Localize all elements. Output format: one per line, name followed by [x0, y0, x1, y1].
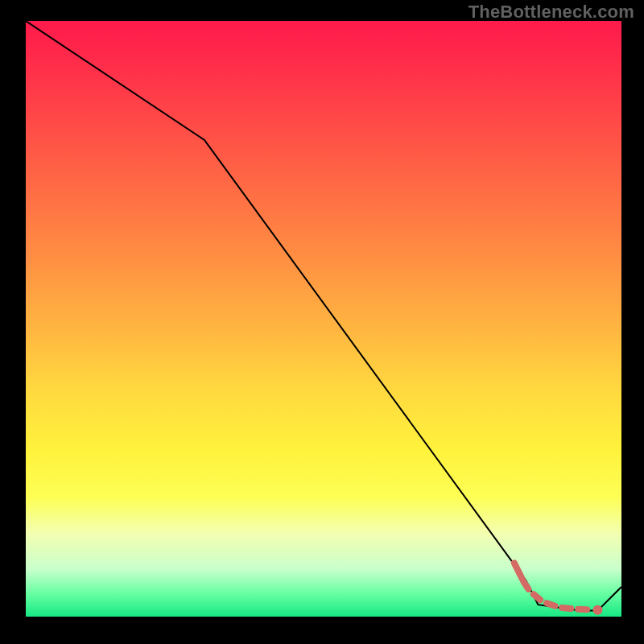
svg-line-5	[578, 609, 587, 610]
svg-line-4	[562, 608, 571, 609]
chart-overlay	[26, 21, 621, 617]
svg-line-0	[514, 563, 522, 579]
highlight-segment	[514, 563, 587, 609]
chart-frame: TheBottleneck.com	[0, 0, 644, 644]
watermark-text: TheBottleneck.com	[469, 2, 634, 23]
svg-line-2	[534, 594, 540, 600]
primary-curve	[26, 21, 621, 611]
highlight-dot	[592, 605, 602, 615]
svg-line-1	[523, 582, 528, 589]
svg-line-3	[547, 603, 555, 606]
